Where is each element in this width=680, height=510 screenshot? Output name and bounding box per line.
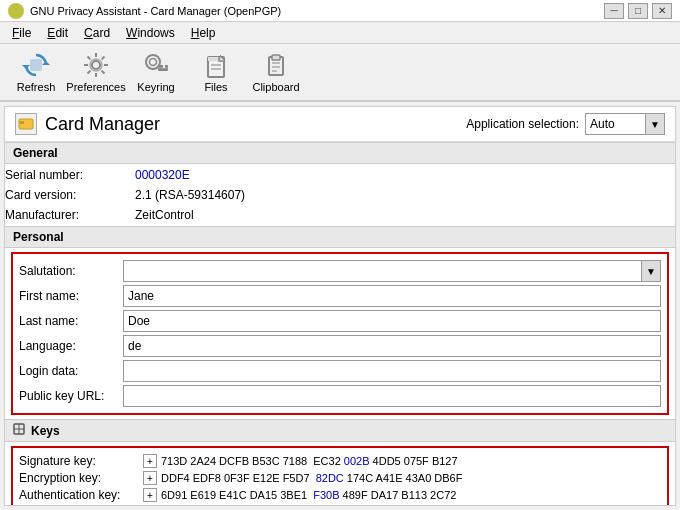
menu-bar: File Edit Card Windows Help <box>0 22 680 44</box>
toolbar: Refresh Preferences Keyring <box>0 44 680 102</box>
svg-rect-11 <box>208 57 220 61</box>
svg-point-3 <box>92 61 100 69</box>
refresh-icon <box>21 51 51 79</box>
salutation-arrow[interactable]: ▼ <box>641 260 661 282</box>
publickeyurl-input[interactable] <box>123 385 661 407</box>
sig-key-expand[interactable]: + <box>143 454 157 468</box>
app-icon <box>8 3 24 19</box>
cardver-label: Card version: <box>5 186 135 204</box>
personal-section: Salutation: ▼ First name: Last name: Lan… <box>11 252 669 415</box>
personal-label: Personal <box>13 230 64 244</box>
svg-rect-8 <box>163 65 165 68</box>
keys-section: Signature key: + 713D 2A24 DCFB B53C 718… <box>11 446 669 505</box>
svg-rect-20 <box>20 121 24 124</box>
keys-section-header: Keys <box>5 419 675 442</box>
lastname-input[interactable] <box>123 310 661 332</box>
app-select-wrapper: Auto ▼ <box>585 113 665 135</box>
clipboard-label: Clipboard <box>252 81 299 93</box>
app-selection: Application selection: Auto ▼ <box>466 113 665 135</box>
serial-label: Serial number: <box>5 166 135 184</box>
keys-section-icon <box>13 423 25 438</box>
manufacturer-label: Manufacturer: <box>5 206 135 224</box>
enc-key-value: + DDF4 EDF8 0F3F E12E F5D7 82DC 174C A41… <box>143 471 661 485</box>
personal-grid: Salutation: ▼ First name: Last name: Lan… <box>19 258 661 409</box>
sig-key-value: + 713D 2A24 DCFB B53C 7188 EC32 002B 4DD… <box>143 454 661 468</box>
salutation-label: Salutation: <box>19 260 119 282</box>
app-selection-label: Application selection: <box>466 117 579 131</box>
preferences-button[interactable]: Preferences <box>68 47 124 97</box>
app-selection-dropdown[interactable]: Auto <box>585 113 645 135</box>
svg-point-5 <box>146 55 160 69</box>
sig-key-hex: 713D 2A24 DCFB B53C 7188 EC32 002B 4DD5 … <box>161 455 458 467</box>
serial-value: 0000320E <box>135 166 675 184</box>
refresh-button[interactable]: Refresh <box>8 47 64 97</box>
salutation-wrapper: ▼ <box>123 260 661 282</box>
app-selection-arrow[interactable]: ▼ <box>645 113 665 135</box>
card-icon <box>15 113 37 135</box>
page-title: Card Manager <box>45 114 466 135</box>
preferences-icon <box>81 51 111 79</box>
window-controls: ─ □ ✕ <box>604 3 672 19</box>
scroll-content: General Serial number: 0000320E Card ver… <box>5 142 675 505</box>
refresh-label: Refresh <box>17 81 56 93</box>
keys-grid: Signature key: + 713D 2A24 DCFB B53C 718… <box>19 452 661 504</box>
auth-key-hex: 6D91 E619 E41C DA15 3BE1 F30B 489F DA17 … <box>161 489 456 501</box>
preferences-label: Preferences <box>66 81 125 93</box>
personal-section-header: Personal <box>5 226 675 248</box>
content-header: Card Manager Application selection: Auto… <box>5 107 675 142</box>
keyring-icon <box>141 51 171 79</box>
menu-card[interactable]: Card <box>76 24 118 42</box>
enc-key-expand[interactable]: + <box>143 471 157 485</box>
logindata-label: Login data: <box>19 360 119 382</box>
svg-point-6 <box>150 59 157 66</box>
keyring-button[interactable]: Keyring <box>128 47 184 97</box>
general-info: Serial number: 0000320E Card version: 2.… <box>5 164 675 226</box>
general-section-header: General <box>5 142 675 164</box>
files-icon <box>201 51 231 79</box>
enc-key-hex: DDF4 EDF8 0F3F E12E F5D7 82DC 174C A41E … <box>161 472 462 484</box>
general-label: General <box>13 146 58 160</box>
menu-help[interactable]: Help <box>183 24 224 42</box>
content-panel: Card Manager Application selection: Auto… <box>4 106 676 506</box>
files-button[interactable]: Files <box>188 47 244 97</box>
enc-key-label: Encryption key: <box>19 471 139 485</box>
firstname-label: First name: <box>19 285 119 307</box>
auth-key-value: + 6D91 E619 E41C DA15 3BE1 F30B 489F DA1… <box>143 488 661 502</box>
menu-file[interactable]: File <box>4 24 39 42</box>
language-label: Language: <box>19 335 119 357</box>
files-label: Files <box>204 81 227 93</box>
clipboard-icon <box>261 51 291 79</box>
lastname-label: Last name: <box>19 310 119 332</box>
svg-rect-2 <box>30 59 42 71</box>
menu-windows[interactable]: Windows <box>118 24 183 42</box>
salutation-select[interactable] <box>123 260 641 282</box>
svg-marker-1 <box>22 65 30 69</box>
keyring-label: Keyring <box>137 81 174 93</box>
logindata-input[interactable] <box>123 360 661 382</box>
close-button[interactable]: ✕ <box>652 3 672 19</box>
auth-key-expand[interactable]: + <box>143 488 157 502</box>
main-area: Card Manager Application selection: Auto… <box>0 102 680 510</box>
manufacturer-value: ZeitControl <box>135 206 675 224</box>
clipboard-button[interactable]: Clipboard <box>248 47 304 97</box>
svg-rect-15 <box>272 55 280 60</box>
svg-marker-0 <box>42 61 50 65</box>
firstname-input[interactable] <box>123 285 661 307</box>
sig-key-label: Signature key: <box>19 454 139 468</box>
restore-button[interactable]: □ <box>628 3 648 19</box>
title-bar: GNU Privacy Assistant - Card Manager (Op… <box>0 0 680 22</box>
menu-edit[interactable]: Edit <box>39 24 76 42</box>
publickeyurl-label: Public key URL: <box>19 385 119 407</box>
cardver-value: 2.1 (RSA-59314607) <box>135 186 675 204</box>
window-title: GNU Privacy Assistant - Card Manager (Op… <box>30 5 604 17</box>
keys-label: Keys <box>31 424 60 438</box>
auth-key-label: Authentication key: <box>19 488 139 502</box>
minimize-button[interactable]: ─ <box>604 3 624 19</box>
language-input[interactable] <box>123 335 661 357</box>
